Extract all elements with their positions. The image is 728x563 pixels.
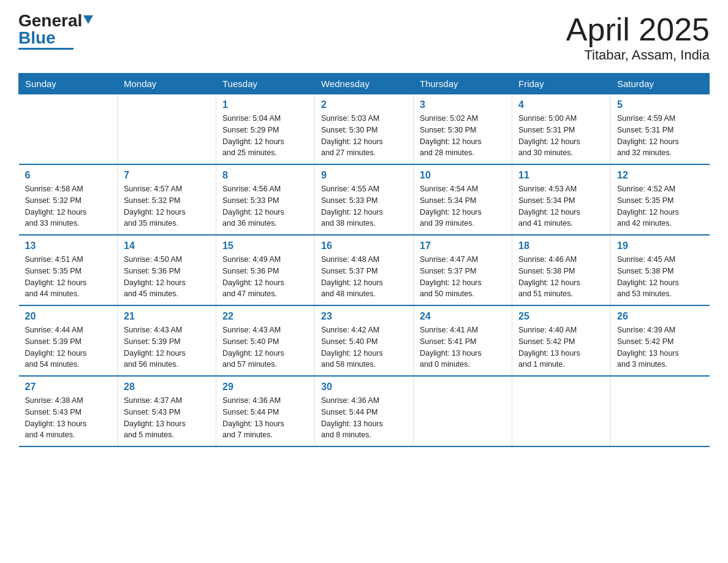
location-title: Titabar, Assam, India (566, 47, 710, 63)
calendar-header: SundayMondayTuesdayWednesdayThursdayFrid… (19, 74, 710, 94)
day-info: Sunrise: 5:04 AM Sunset: 5:29 PM Dayligh… (222, 113, 308, 159)
calendar-cell: 27Sunrise: 4:38 AM Sunset: 5:43 PM Dayli… (19, 376, 118, 446)
calendar-cell: 15Sunrise: 4:49 AM Sunset: 5:36 PM Dayli… (216, 235, 315, 305)
day-number: 3 (420, 99, 506, 110)
day-number: 4 (518, 99, 604, 110)
day-number: 20 (25, 311, 112, 322)
day-info: Sunrise: 4:45 AM Sunset: 5:38 PM Dayligh… (617, 254, 703, 300)
calendar-cell: 4Sunrise: 5:00 AM Sunset: 5:31 PM Daylig… (512, 94, 611, 165)
day-number: 1 (222, 99, 308, 110)
day-info: Sunrise: 4:37 AM Sunset: 5:43 PM Dayligh… (124, 395, 210, 441)
calendar-cell: 13Sunrise: 4:51 AM Sunset: 5:35 PM Dayli… (19, 235, 118, 305)
calendar-cell: 30Sunrise: 4:36 AM Sunset: 5:44 PM Dayli… (315, 376, 414, 446)
calendar-cell: 6Sunrise: 4:58 AM Sunset: 5:32 PM Daylig… (19, 164, 118, 235)
calendar-body: 1Sunrise: 5:04 AM Sunset: 5:29 PM Daylig… (19, 94, 710, 447)
day-number: 6 (25, 170, 112, 181)
day-number: 9 (321, 170, 407, 181)
day-info: Sunrise: 4:49 AM Sunset: 5:36 PM Dayligh… (222, 254, 308, 300)
day-number: 10 (420, 170, 506, 181)
week-row-3: 13Sunrise: 4:51 AM Sunset: 5:35 PM Dayli… (19, 235, 710, 305)
day-info: Sunrise: 4:56 AM Sunset: 5:33 PM Dayligh… (222, 183, 308, 229)
day-number: 12 (617, 170, 703, 181)
day-number: 13 (25, 240, 112, 251)
week-row-4: 20Sunrise: 4:44 AM Sunset: 5:39 PM Dayli… (19, 305, 710, 376)
day-number: 27 (25, 381, 112, 393)
day-number: 14 (124, 240, 210, 251)
weekday-header-thursday: Thursday (414, 74, 512, 94)
calendar-cell: 5Sunrise: 4:59 AM Sunset: 5:31 PM Daylig… (611, 94, 710, 165)
weekday-header-sunday: Sunday (19, 74, 118, 94)
calendar-cell (19, 94, 118, 165)
day-info: Sunrise: 4:57 AM Sunset: 5:32 PM Dayligh… (124, 183, 210, 229)
day-number: 19 (617, 240, 703, 251)
day-number: 7 (124, 170, 210, 181)
day-number: 17 (420, 240, 506, 251)
day-info: Sunrise: 4:46 AM Sunset: 5:38 PM Dayligh… (518, 254, 604, 300)
calendar-cell: 21Sunrise: 4:43 AM Sunset: 5:39 PM Dayli… (118, 305, 216, 376)
day-number: 16 (321, 240, 407, 251)
weekday-header-row: SundayMondayTuesdayWednesdayThursdayFrid… (19, 74, 710, 94)
weekday-header-wednesday: Wednesday (315, 74, 414, 94)
day-info: Sunrise: 4:44 AM Sunset: 5:39 PM Dayligh… (25, 324, 112, 370)
week-row-5: 27Sunrise: 4:38 AM Sunset: 5:43 PM Dayli… (19, 376, 710, 446)
day-number: 5 (617, 99, 703, 110)
day-number: 15 (222, 240, 308, 251)
day-number: 22 (222, 311, 308, 322)
weekday-header-tuesday: Tuesday (216, 74, 315, 94)
day-number: 29 (222, 381, 308, 393)
day-info: Sunrise: 4:36 AM Sunset: 5:44 PM Dayligh… (321, 395, 407, 441)
day-info: Sunrise: 4:41 AM Sunset: 5:41 PM Dayligh… (420, 324, 506, 370)
day-info: Sunrise: 4:39 AM Sunset: 5:42 PM Dayligh… (617, 324, 703, 370)
calendar-cell: 11Sunrise: 4:53 AM Sunset: 5:34 PM Dayli… (512, 164, 611, 235)
calendar-cell: 8Sunrise: 4:56 AM Sunset: 5:33 PM Daylig… (216, 164, 315, 235)
day-info: Sunrise: 4:38 AM Sunset: 5:43 PM Dayligh… (25, 395, 112, 441)
logo-triangle-icon (83, 15, 93, 24)
calendar-cell (611, 376, 710, 446)
day-info: Sunrise: 5:03 AM Sunset: 5:30 PM Dayligh… (321, 113, 407, 159)
weekday-header-saturday: Saturday (611, 74, 710, 94)
logo-text: GeneralBlue (18, 12, 93, 47)
day-info: Sunrise: 4:59 AM Sunset: 5:31 PM Dayligh… (617, 113, 703, 159)
day-number: 26 (617, 311, 703, 322)
day-info: Sunrise: 4:51 AM Sunset: 5:35 PM Dayligh… (25, 254, 112, 300)
calendar-cell (414, 376, 512, 446)
calendar-cell: 22Sunrise: 4:43 AM Sunset: 5:40 PM Dayli… (216, 305, 315, 376)
calendar-cell: 10Sunrise: 4:54 AM Sunset: 5:34 PM Dayli… (414, 164, 512, 235)
calendar-cell: 24Sunrise: 4:41 AM Sunset: 5:41 PM Dayli… (414, 305, 512, 376)
day-info: Sunrise: 4:52 AM Sunset: 5:35 PM Dayligh… (617, 183, 703, 229)
week-row-1: 1Sunrise: 5:04 AM Sunset: 5:29 PM Daylig… (19, 94, 710, 165)
calendar-cell: 2Sunrise: 5:03 AM Sunset: 5:30 PM Daylig… (315, 94, 414, 165)
calendar-cell: 18Sunrise: 4:46 AM Sunset: 5:38 PM Dayli… (512, 235, 611, 305)
day-info: Sunrise: 4:42 AM Sunset: 5:40 PM Dayligh… (321, 324, 407, 370)
day-number: 21 (124, 311, 210, 322)
day-number: 28 (124, 381, 210, 393)
day-info: Sunrise: 5:00 AM Sunset: 5:31 PM Dayligh… (518, 113, 604, 159)
calendar-cell: 1Sunrise: 5:04 AM Sunset: 5:29 PM Daylig… (216, 94, 315, 165)
calendar-cell: 25Sunrise: 4:40 AM Sunset: 5:42 PM Dayli… (512, 305, 611, 376)
calendar-cell: 29Sunrise: 4:36 AM Sunset: 5:44 PM Dayli… (216, 376, 315, 446)
day-number: 11 (518, 170, 604, 181)
calendar-cell: 9Sunrise: 4:55 AM Sunset: 5:33 PM Daylig… (315, 164, 414, 235)
calendar-table: SundayMondayTuesdayWednesdayThursdayFrid… (18, 73, 710, 447)
day-info: Sunrise: 4:40 AM Sunset: 5:42 PM Dayligh… (518, 324, 604, 370)
title-area: April 2025 Titabar, Assam, India (566, 12, 710, 63)
weekday-header-monday: Monday (118, 74, 216, 94)
calendar-cell: 23Sunrise: 4:42 AM Sunset: 5:40 PM Dayli… (315, 305, 414, 376)
day-number: 2 (321, 99, 407, 110)
calendar-cell: 19Sunrise: 4:45 AM Sunset: 5:38 PM Dayli… (611, 235, 710, 305)
calendar-cell: 3Sunrise: 5:02 AM Sunset: 5:30 PM Daylig… (414, 94, 512, 165)
day-number: 18 (518, 240, 604, 251)
calendar-cell: 26Sunrise: 4:39 AM Sunset: 5:42 PM Dayli… (611, 305, 710, 376)
month-title: April 2025 (566, 12, 710, 47)
day-number: 24 (420, 311, 506, 322)
calendar-cell (512, 376, 611, 446)
day-info: Sunrise: 4:53 AM Sunset: 5:34 PM Dayligh… (518, 183, 604, 229)
day-info: Sunrise: 4:54 AM Sunset: 5:34 PM Dayligh… (420, 183, 506, 229)
day-info: Sunrise: 4:58 AM Sunset: 5:32 PM Dayligh… (25, 183, 112, 229)
calendar-cell: 20Sunrise: 4:44 AM Sunset: 5:39 PM Dayli… (19, 305, 118, 376)
day-number: 8 (222, 170, 308, 181)
day-info: Sunrise: 4:47 AM Sunset: 5:37 PM Dayligh… (420, 254, 506, 300)
logo: GeneralBlue (18, 12, 93, 50)
day-number: 25 (518, 311, 604, 322)
calendar-cell: 16Sunrise: 4:48 AM Sunset: 5:37 PM Dayli… (315, 235, 414, 305)
